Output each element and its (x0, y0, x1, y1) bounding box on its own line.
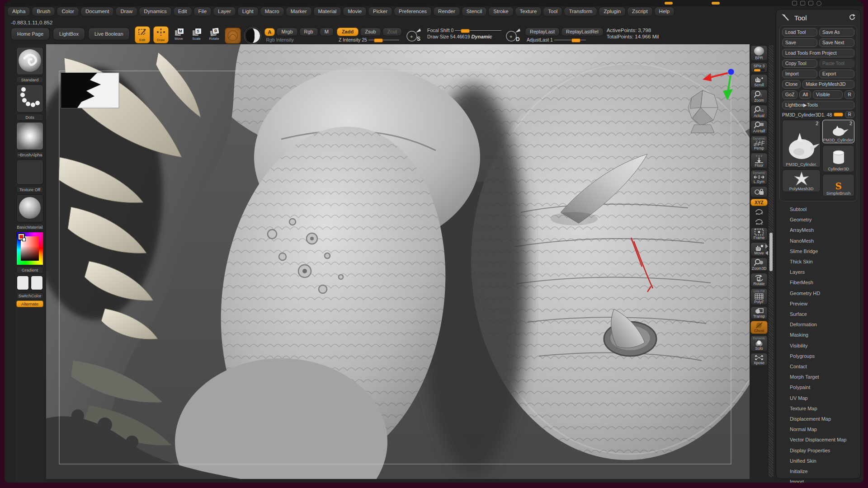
menu-item[interactable]: Stencil (462, 7, 487, 16)
bpr-button[interactable]: BPR (750, 45, 768, 61)
import-button[interactable]: Import (782, 70, 817, 78)
texture-name[interactable]: Texture Off (16, 186, 43, 193)
main-color-swatch[interactable] (17, 276, 29, 290)
all-button[interactable]: All (799, 90, 811, 99)
load-tools-from-project-button[interactable]: Load Tools From Project (782, 49, 854, 57)
focal-shift-label[interactable]: Focal Shift 0 (425, 28, 453, 33)
tool-section[interactable]: Masking (776, 330, 860, 340)
m-button[interactable]: M (320, 28, 334, 36)
adjust-last-label[interactable]: AdjustLast 1 (525, 37, 553, 42)
tool-section[interactable]: Polypaint (776, 382, 860, 393)
material-name[interactable]: BasicMaterial2 (16, 224, 43, 230)
menu-item[interactable]: Movie (343, 7, 367, 16)
menu-item[interactable]: Texture (515, 7, 542, 16)
zadd-button[interactable]: Zadd (337, 28, 359, 36)
titlebar-icon-circle[interactable] (816, 1, 821, 6)
ghost-button[interactable]: Ghost (750, 321, 768, 334)
tool-section[interactable]: Texture Map (776, 404, 860, 414)
tool-thumb-polymesh3d[interactable]: PolyMesh3D (782, 169, 821, 192)
floor-button[interactable]: x y z Floor (750, 153, 768, 169)
frame-button[interactable]: Frame (750, 227, 768, 241)
clone-button[interactable]: Clone (782, 80, 801, 89)
xpose-button[interactable]: Xpose (750, 353, 768, 366)
menu-item[interactable]: Material (313, 7, 342, 16)
tool-section[interactable]: ArrayMesh (776, 225, 860, 235)
menu-item[interactable]: Document (80, 7, 114, 16)
tool-section[interactable]: Displacement Map (776, 414, 860, 424)
titlebar-icon[interactable] (800, 1, 805, 5)
draw-mode-button[interactable]: Draw (153, 26, 169, 43)
texture-thumbnail[interactable] (16, 160, 43, 185)
active-tool-slider[interactable]: PM3D_Cylinder3D1. 48 R (782, 111, 854, 118)
stroke-thumbnail-dots[interactable] (16, 84, 43, 113)
dynamic-mode-icon[interactable]: +D (505, 27, 522, 44)
menu-item[interactable]: Alpha (7, 7, 30, 16)
color-picker-gradient[interactable] (16, 232, 43, 265)
solo-button[interactable]: Dynamic Solo (750, 335, 768, 352)
spix-slider-track[interactable] (753, 69, 765, 71)
tool-section[interactable]: Polygroups (776, 351, 860, 361)
tool-section[interactable]: Geometry (776, 215, 860, 225)
secondary-color-swatch[interactable] (31, 276, 43, 290)
mrgb-button[interactable]: Mrgb (276, 28, 297, 36)
live-boolean-button[interactable]: Live Boolean (88, 28, 130, 40)
paste-tool-button[interactable]: Paste Tool (819, 59, 854, 68)
tool-section[interactable]: Deformation (776, 319, 860, 330)
menu-item[interactable]: Color (57, 7, 79, 16)
tool-section[interactable]: Slime Bridge (776, 246, 860, 257)
titlebar-icon[interactable] (792, 1, 797, 5)
current-brush-thumbnail[interactable] (225, 28, 241, 44)
goz-button[interactable]: GoZ (782, 90, 797, 99)
menu-item[interactable]: Tool (543, 7, 562, 16)
switchcolor-button[interactable]: SwitchColor (16, 292, 43, 299)
zsub-button[interactable]: Zsub (360, 28, 381, 36)
brush-thumbnail-standard[interactable] (16, 47, 43, 75)
menu-item[interactable]: Transform (564, 7, 597, 16)
viewport-canvas[interactable] (46, 44, 750, 479)
menu-item[interactable]: Macro (260, 7, 284, 16)
panel-scrollbar[interactable] (769, 45, 774, 477)
tool-section[interactable]: Display Properties (776, 446, 860, 456)
tool-thumb-cylinder3d[interactable]: Cylinder3D (822, 145, 854, 172)
menu-item[interactable]: Picker (368, 7, 392, 16)
make-polymesh3d-button[interactable]: Make PolyMesh3D (802, 80, 854, 89)
gradient-label[interactable]: Gradient (16, 267, 43, 273)
spin-z-button[interactable]: Z (750, 217, 768, 226)
rgb-button[interactable]: Rgb (299, 28, 318, 36)
tool-thumb-simplebrush[interactable]: S SimpleBrush (822, 174, 854, 197)
scrollbar-thumb[interactable] (769, 233, 773, 271)
cam-lock-button[interactable] (750, 186, 768, 197)
menu-item[interactable]: Dynamics (139, 7, 171, 16)
scroll-arrow-left-icon[interactable] (765, 251, 768, 255)
tool-section[interactable]: Preview (776, 299, 860, 309)
tool-section[interactable]: Layers (776, 267, 860, 277)
menu-item[interactable]: Preferences (394, 7, 432, 16)
zoom3d-button[interactable]: Zoom3D (750, 258, 768, 272)
menu-item[interactable]: File (193, 7, 212, 16)
titlebar-slider-orange2[interactable] (712, 2, 720, 5)
anchor-button[interactable]: A (264, 28, 275, 36)
alpha-name[interactable]: ~BrushAlpha (16, 151, 43, 158)
menu-item[interactable]: Layer (213, 7, 236, 16)
scroll-button[interactable]: Scroll (750, 74, 768, 88)
zcut-button[interactable]: Zcut (382, 28, 402, 36)
titlebar-icon[interactable] (808, 1, 813, 5)
tool-section[interactable]: UV Map (776, 393, 860, 404)
menu-item[interactable]: Edit (173, 7, 192, 16)
tool-section[interactable]: Normal Map (776, 424, 860, 435)
rgb-intensity-label[interactable]: Rgb Intensity (264, 37, 294, 42)
home-page-button[interactable]: Home Page (11, 28, 50, 40)
tool-section[interactable]: Surface (776, 309, 860, 319)
tool-thumb-pm3d-cylinder-big[interactable]: 2 PM3D_Cylinder. (782, 120, 821, 168)
rotate3d-button[interactable]: Rotate (750, 273, 768, 287)
draw-size-label[interactable]: Draw Size 54.46619 (425, 34, 470, 39)
brush-name[interactable]: Standard (16, 76, 43, 83)
save-button[interactable]: Save (782, 38, 817, 47)
move-mode-button[interactable]: M Move (172, 26, 186, 42)
focal-shift-slider[interactable] (455, 29, 501, 32)
polyframe-button[interactable]: Line Fill PolyF (750, 288, 768, 305)
tool-r-button[interactable]: R (845, 111, 854, 118)
menu-item[interactable]: Light (237, 7, 259, 16)
menu-item[interactable]: Stroke (488, 7, 513, 16)
actual-button[interactable]: x1 Actual (750, 105, 768, 119)
